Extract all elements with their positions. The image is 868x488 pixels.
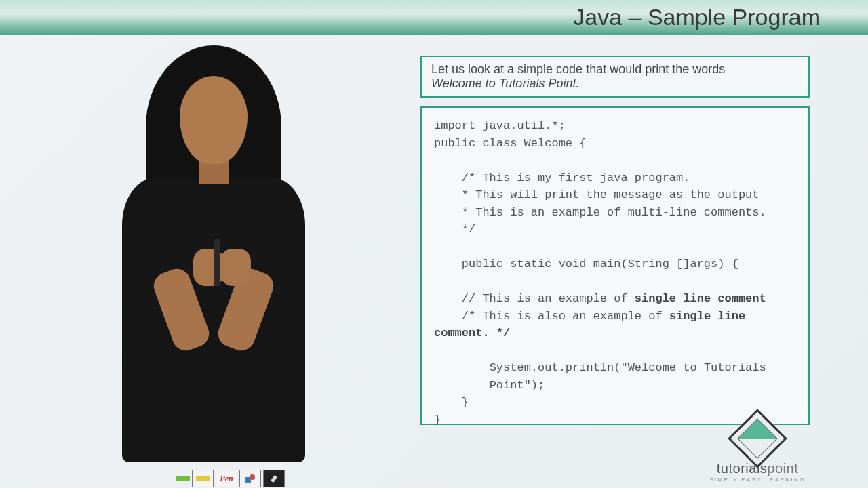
whiteboard-area: Let us look at a simple code that would … — [0, 35, 868, 488]
code-line: public static void main(String []args) { — [434, 258, 738, 270]
presenter-figure — [81, 45, 339, 479]
code-line: // This is an example of — [434, 292, 635, 305]
code-line: * This is an example of multi-line comme… — [434, 206, 766, 219]
code-line: Point"); — [434, 379, 545, 392]
eraser-icon — [269, 474, 279, 483]
code-line: public class Welcome { — [434, 137, 586, 150]
code-line: */ — [434, 223, 475, 236]
highlight-tool-icon[interactable] — [176, 476, 190, 481]
code-line: /* This is my first java program. — [434, 171, 690, 184]
intro-line-2: Welcome to Tutorials Point. — [431, 77, 799, 91]
intro-description-box: Let us look at a simple code that would … — [420, 56, 810, 98]
eraser-tool-button[interactable] — [263, 470, 285, 487]
shapes-icon — [244, 473, 256, 484]
header-band: Java – Sample Program — [0, 0, 868, 35]
page-title: Java – Sample Program — [573, 4, 821, 30]
logo-diamond-icon — [728, 409, 787, 468]
code-bold: single line — [669, 310, 745, 323]
code-sample-box: import java.util.*; public class Welcome… — [420, 106, 810, 425]
code-bold: comment. */ — [434, 327, 510, 340]
code-line: } — [434, 396, 469, 409]
code-line: /* This is also an example of — [434, 310, 669, 323]
pen-tool-button[interactable]: Pen — [216, 470, 237, 487]
intro-line-1: Let us look at a simple code that would … — [431, 62, 799, 77]
shapes-tool-button[interactable] — [239, 470, 261, 487]
svg-point-1 — [250, 474, 255, 480]
code-line: } — [434, 413, 441, 426]
annotation-toolbar: Pen — [176, 469, 285, 488]
tutorialspoint-logo: tutorialspoint SIMPLY EASY LEARNING — [693, 418, 822, 483]
code-line: import java.util.*; — [434, 119, 566, 132]
code-bold: single line comment — [635, 292, 766, 305]
code-line: * This will print the message as the out… — [434, 188, 759, 201]
code-line: System.out.println("Welcome to Tutorials — [434, 361, 766, 374]
marker-tool-button[interactable] — [192, 470, 214, 487]
logo-tagline: SIMPLY EASY LEARNING — [693, 476, 822, 483]
